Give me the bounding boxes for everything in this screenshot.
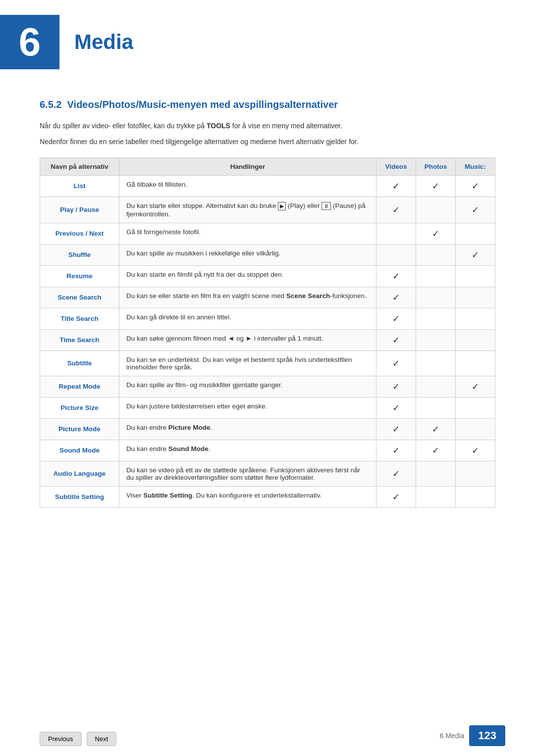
table-row-action: Du kan starte eller stoppe. Alternativt …	[119, 197, 376, 223]
table-row-videos	[376, 223, 416, 244]
table-row-videos: ✓	[376, 265, 416, 287]
footer-chapter-label: 6 Media	[439, 732, 464, 740]
table-row-name: Picture Size	[40, 397, 119, 418]
col-header-videos: Videos	[376, 157, 416, 175]
table-row-videos: ✓	[376, 308, 416, 329]
table-row-music	[456, 287, 495, 308]
tools-keyword: TOOLS	[207, 122, 230, 130]
footer-page-number: 123	[469, 725, 505, 746]
table-row-name: Shuffle	[40, 244, 119, 265]
table-row-action: Du kan se eller starte en film fra en va…	[119, 287, 376, 308]
table-row-music	[456, 351, 495, 376]
table-row-music	[456, 223, 495, 244]
table-row-music	[456, 329, 495, 351]
table-row-photos	[416, 376, 456, 397]
chapter-title: Media	[74, 30, 133, 54]
col-header-action: Handlinger	[119, 157, 376, 175]
col-header-music: Music:	[456, 157, 495, 175]
table-row-photos	[416, 265, 456, 287]
table-row-music	[456, 397, 495, 418]
table-row-action: Viser Subtitle Setting. Du kan konfigure…	[119, 486, 376, 507]
table-row-music: ✓	[456, 175, 495, 197]
table-row-photos: ✓	[416, 440, 456, 461]
pagination-controls: Previous Next	[40, 732, 116, 746]
table-row-name: Subtitle Setting	[40, 486, 119, 507]
table-row-photos: ✓	[416, 175, 456, 197]
page-footer: 6 Media 123	[439, 725, 505, 746]
table-row-name: Time Search	[40, 329, 119, 351]
table-row-photos	[416, 486, 456, 507]
table-row-photos	[416, 351, 456, 376]
table-row-photos	[416, 197, 456, 223]
table-row-music	[456, 265, 495, 287]
table-row-videos: ✓	[376, 418, 416, 440]
table-row-music: ✓	[456, 197, 495, 223]
intro-paragraph-2: Nedenfor finner du en serie tabeller med…	[40, 136, 495, 147]
table-row-photos	[416, 308, 456, 329]
table-row-videos: ✓	[376, 461, 416, 486]
table-row-videos: ✓	[376, 376, 416, 397]
table-row-action: Gå til forrige/neste fotofil.	[119, 223, 376, 244]
chapter-number-box: 6	[0, 15, 59, 69]
table-row-music: ✓	[456, 440, 495, 461]
table-row-action: Du kan se en undertekst. Du kan velge et…	[119, 351, 376, 376]
table-row-photos	[416, 461, 456, 486]
table-row-name: Picture Mode	[40, 418, 119, 440]
options-table: Navn på alternativ Handlinger Videos Pho…	[40, 157, 495, 508]
table-row-music	[456, 308, 495, 329]
table-row-videos: ✓	[376, 329, 416, 351]
table-row-name: Play / Pause	[40, 197, 119, 223]
table-row-videos: ✓	[376, 440, 416, 461]
intro-paragraph-1: Når du spiller av video- eller fotofiler…	[40, 120, 495, 131]
table-row-name: Resume	[40, 265, 119, 287]
table-row-videos: ✓	[376, 287, 416, 308]
table-row-action: Du kan se video på ett av de støttede sp…	[119, 461, 376, 486]
table-row-action: Du kan gå direkte til en annen tittel.	[119, 308, 376, 329]
table-row-music	[456, 418, 495, 440]
table-row-music	[456, 461, 495, 486]
col-header-photos: Photos	[416, 157, 456, 175]
page-header: 6 Media	[0, 0, 535, 79]
table-row-photos: ✓	[416, 418, 456, 440]
table-row-name: Title Search	[40, 308, 119, 329]
table-row-videos: ✓	[376, 397, 416, 418]
table-row-name: Repeat Mode	[40, 376, 119, 397]
table-row-videos: ✓	[376, 175, 416, 197]
table-row-action: Du kan spille av film- og musikkfiler gj…	[119, 376, 376, 397]
table-row-name: Previous / Next	[40, 223, 119, 244]
table-row-videos: ✓	[376, 197, 416, 223]
table-row-action: Du kan endre Picture Mode.	[119, 418, 376, 440]
table-row-name: Audio Language	[40, 461, 119, 486]
table-row-action: Du kan søke gjennom filmen med ◄ og ► i …	[119, 329, 376, 351]
table-row-music: ✓	[456, 376, 495, 397]
table-row-action: Du kan spille av musikken i rekkefølge e…	[119, 244, 376, 265]
table-row-action: Du kan endre Sound Mode.	[119, 440, 376, 461]
table-row-videos	[376, 244, 416, 265]
table-row-name: List	[40, 175, 119, 197]
table-row-videos: ✓	[376, 486, 416, 507]
table-row-photos	[416, 397, 456, 418]
table-row-photos: ✓	[416, 223, 456, 244]
table-row-photos	[416, 287, 456, 308]
table-row-action: Du kan justere bildestørrelsen etter ege…	[119, 397, 376, 418]
table-row-action: Du kan starte en filmfil på nytt fra der…	[119, 265, 376, 287]
table-row-photos	[416, 329, 456, 351]
table-row-photos	[416, 244, 456, 265]
table-row-music: ✓	[456, 244, 495, 265]
table-row-name: Scene Search	[40, 287, 119, 308]
table-row-action: Gå tilbake til fillisten.	[119, 175, 376, 197]
table-row-music	[456, 486, 495, 507]
col-header-name: Navn på alternativ	[40, 157, 119, 175]
table-row-name: Subtitle	[40, 351, 119, 376]
section-title: 6.5.2 Videos/Photos/Music-menyen med avs…	[40, 99, 495, 110]
table-row-name: Sound Mode	[40, 440, 119, 461]
table-row-videos: ✓	[376, 351, 416, 376]
main-content: 6.5.2 Videos/Photos/Music-menyen med avs…	[0, 79, 535, 528]
next-button[interactable]: Next	[87, 732, 117, 746]
previous-button[interactable]: Previous	[40, 732, 82, 746]
chapter-number: 6	[19, 19, 41, 65]
